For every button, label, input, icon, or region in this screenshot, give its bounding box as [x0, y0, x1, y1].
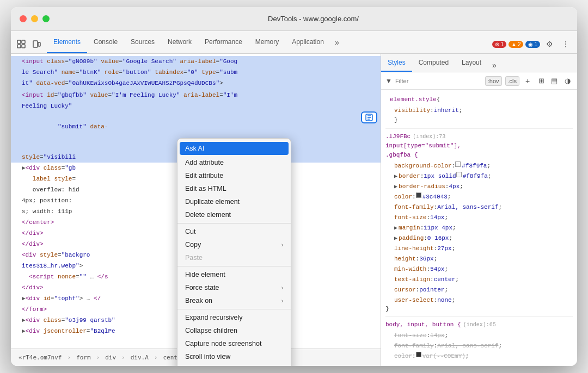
maximize-button[interactable]: [42, 15, 50, 22]
menu-item-edit-html[interactable]: Edit as HTML: [177, 182, 291, 195]
rule-separator: [385, 316, 573, 317]
style-prop-cursor[interactable]: cursor : pointer ;: [385, 285, 573, 295]
tab-right-icons: ⊗1 ▲2 ◉1 ⚙ ⋮: [492, 37, 573, 53]
tab-network[interactable]: Network: [161, 31, 198, 53]
menu-separator: [177, 223, 291, 223]
style-prop-bg[interactable]: background-color : #f8f9fa ;: [385, 161, 573, 171]
color-swatch: [416, 192, 421, 198]
breadcrumb-item[interactable]: div.A: [127, 353, 152, 362]
menu-item-duplicate[interactable]: Duplicate element: [177, 195, 291, 208]
style-block-body: font-size : 14px ; font-family : Arial, …: [381, 331, 577, 364]
color-swatch: [416, 352, 421, 357]
devtools-window: DevTools - www.google.com/ Elements Cons…: [11, 7, 577, 366]
svg-rect-0: [17, 40, 21, 43]
expand-arrow-icon[interactable]: ▶: [394, 182, 397, 191]
titlebar: DevTools - www.google.com/: [11, 7, 577, 31]
style-prop-font-size[interactable]: font-size : 14px ;: [385, 213, 573, 223]
expand-arrow-icon[interactable]: ▶: [394, 172, 397, 181]
toggle-dark-mode-icon[interactable]: ◑: [562, 76, 573, 86]
filter-bar: ▼ :hov .cls + ⊞ ▤ ◑: [381, 72, 577, 90]
style-prop-font-family-body[interactable]: font-family : Arial, sans-serif ;: [385, 341, 573, 351]
menu-item-collapse[interactable]: Collapse children: [177, 324, 291, 337]
menu-item-ask-ai[interactable]: Ask AI: [180, 142, 289, 155]
dom-line[interactable]: it" data-ved="0ahUKEwixsOb4gaeJAxVIWUEAH…: [11, 78, 381, 89]
dom-line[interactable]: <input id="gbqfbb" value="I'm Feeling Lu…: [11, 89, 381, 101]
filter-input[interactable]: [395, 78, 482, 84]
filter-hov-button[interactable]: :hov: [485, 76, 502, 86]
style-prop-height[interactable]: height : 36px ;: [385, 254, 573, 264]
menu-item-copy[interactable]: Copy ›: [177, 238, 291, 251]
expand-arrow-icon[interactable]: ▶: [394, 234, 397, 243]
more-options-icon[interactable]: ⋮: [559, 37, 573, 51]
tab-sources[interactable]: Sources: [124, 31, 161, 53]
style-rule-lj9fbc: .lJ9FBc (index):73 input[type="submit"],…: [381, 131, 577, 161]
menu-item-screenshot[interactable]: Capture node screenshot: [177, 337, 291, 350]
styles-content[interactable]: element.style { visibility : inherit ; }: [381, 90, 577, 366]
tab-elements[interactable]: Elements: [47, 31, 87, 53]
style-prop-border[interactable]: ▶ border : 1px solid #f8f9fa ;: [385, 171, 573, 182]
color-swatch: [455, 161, 461, 167]
breadcrumb-item[interactable]: form: [73, 353, 94, 362]
force-state-arrow-icon: ›: [281, 285, 283, 291]
dom-line[interactable]: Feeling Lucky": [11, 101, 381, 111]
break-on-arrow-icon: ›: [281, 298, 283, 304]
menu-item-force-state[interactable]: Force state ›: [177, 281, 291, 294]
tab-layout[interactable]: Layout: [455, 54, 488, 72]
style-property-line[interactable]: visibility : inherit ;: [385, 105, 573, 116]
menu-item-break-on[interactable]: Break on ›: [177, 294, 291, 307]
tab-styles[interactable]: Styles: [381, 54, 412, 72]
style-prop-min-width[interactable]: min-width : 54px ;: [385, 264, 573, 275]
style-tabs: Styles Computed Layout »: [381, 54, 577, 72]
traffic-lights: [20, 15, 50, 22]
menu-item-hide[interactable]: Hide element: [177, 268, 291, 281]
style-prop-font-size-body[interactable]: font-size : 14px ;: [385, 331, 573, 341]
svg-rect-3: [22, 45, 25, 48]
style-prop-margin[interactable]: ▶ margin : 11px 4px ;: [385, 223, 573, 233]
copy-arrow-icon: ›: [281, 242, 283, 248]
error-badge: ⊗1: [492, 41, 506, 48]
new-style-rule-icon[interactable]: ⊞: [536, 76, 547, 86]
menu-item-focus[interactable]: Focus: [177, 363, 291, 366]
settings-icon[interactable]: ⚙: [542, 37, 556, 51]
menu-item-edit-attribute[interactable]: Edit attribute: [177, 169, 291, 182]
style-prop-color[interactable]: color : #3c4043 ;: [385, 192, 573, 202]
dom-line[interactable]: <input class="gNO89b" value="Google Sear…: [11, 56, 381, 67]
more-style-tabs-icon[interactable]: »: [488, 61, 501, 72]
tab-performance[interactable]: Performance: [198, 31, 249, 53]
menu-item-scroll[interactable]: Scroll into view: [177, 350, 291, 363]
svg-rect-4: [33, 41, 38, 47]
rule-separator: [385, 128, 573, 129]
breadcrumb-item[interactable]: «rT4e.om7nvf: [15, 353, 65, 362]
element-classes-icon[interactable]: ▤: [549, 76, 560, 86]
menu-item-delete[interactable]: Delete element: [177, 208, 291, 221]
filter-cls-button[interactable]: .cls: [505, 76, 520, 86]
filter-icons-right: ⊞ ▤ ◑: [536, 76, 573, 86]
menu-item-paste: Paste: [177, 251, 291, 264]
more-tabs-button[interactable]: »: [330, 31, 344, 53]
tab-console[interactable]: Console: [87, 31, 124, 53]
menu-item-add-attribute[interactable]: Add attribute: [177, 156, 291, 169]
color-swatch: [456, 172, 462, 177]
tab-application[interactable]: Application: [285, 31, 330, 53]
menu-item-expand[interactable]: Expand recursively: [177, 311, 291, 324]
style-prop-text-align[interactable]: text-align : center ;: [385, 275, 573, 285]
style-prop-user-select[interactable]: user-select : none ;: [385, 295, 573, 306]
menu-item-cut[interactable]: Cut: [177, 225, 291, 238]
style-prop-border-radius[interactable]: ▶ border-radius : 4px ;: [385, 182, 573, 192]
style-prop-color-body[interactable]: color : var(--COEmY) ;: [385, 351, 573, 362]
style-prop-padding[interactable]: ▶ padding : 0 16px ;: [385, 233, 573, 244]
filter-add-button[interactable]: +: [523, 76, 532, 86]
style-prop-font-family[interactable]: font-family : Arial, sans-serif ;: [385, 202, 573, 213]
tab-computed[interactable]: Computed: [412, 54, 455, 72]
device-icon[interactable]: [30, 38, 42, 50]
expand-arrow-icon[interactable]: ▶: [394, 223, 397, 233]
breadcrumb-item[interactable]: div: [102, 353, 119, 362]
inspect-icon[interactable]: [15, 38, 27, 50]
context-menu: Ask AI Add attribute Edit attribute Edit…: [177, 138, 291, 366]
style-prop-line-height[interactable]: line-height : 27px ;: [385, 244, 573, 254]
style-rule-body-input: body, input, button { (index):65: [381, 319, 577, 331]
dom-line[interactable]: le Search" name="btnK" role="button" tab…: [11, 67, 381, 78]
close-button[interactable]: [20, 15, 27, 22]
minimize-button[interactable]: [31, 15, 38, 22]
tab-memory[interactable]: Memory: [249, 31, 285, 53]
